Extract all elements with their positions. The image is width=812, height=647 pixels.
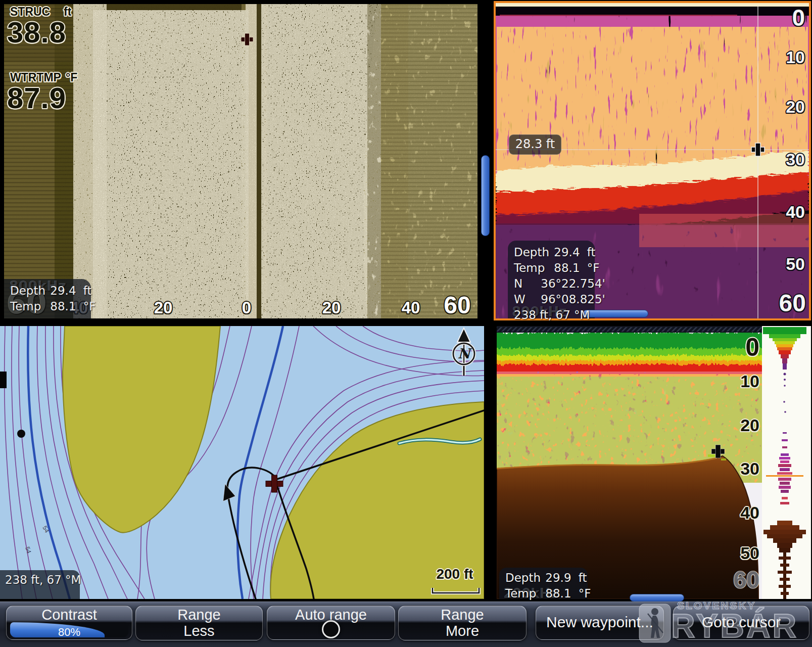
depth-unit: ft [83,284,92,297]
chart-map-image: N 54 54 [0,326,484,599]
range-tick: 40 [393,298,428,317]
auto-range-label: Auto range [295,607,367,623]
depth-tick: 30 [740,459,759,479]
panel-chart[interactable]: N 54 54 238 ft, 67 °M 200 ft [0,326,484,599]
range-tick-max: 60 [440,291,475,319]
temp-unit: °F [587,261,600,274]
temp-value: 88.1 [50,300,76,313]
wtrtmp-value: 87.9 [7,81,66,115]
depth-label: Depth [4,283,45,299]
depth-tick-max: 60 [734,566,759,593]
new-waypoint-label: New waypoint... [546,614,653,630]
edge-notch [0,372,7,388]
goto-cursor-label: Goto cursor [702,614,781,630]
depth-unit: ft [579,571,587,584]
depth-label: Depth [508,245,549,260]
goto-cursor-button[interactable]: Goto cursor [673,606,809,640]
fishfinder-screen: STRUC ft 38.8 WTRTMP °F 87.9 40 20 0 20 … [0,0,812,647]
temp-unit: °F [83,300,96,313]
temp-value: 88.1 [554,261,580,274]
depth-value: 29.9 [545,571,571,584]
sonar-scrollbar[interactable] [630,594,684,602]
depth-tick: 40 [786,202,805,222]
auto-range-button[interactable]: Auto range [267,606,395,640]
sonar-info-box: 200kHz Depth 29.9 ft Temp 88.1 °F [499,568,588,599]
depth-unit: ft [587,246,596,259]
panel-sidescan[interactable]: STRUC ft 38.8 WTRTMP °F 87.9 40 20 0 20 … [4,4,477,318]
depth-tick-max: 60 [779,289,806,317]
range-less-line2: Less [136,623,262,639]
ascope-column [762,326,811,599]
range-more-button[interactable]: Range More [398,606,527,640]
temp-label: Temp [4,299,45,314]
chart-position-label: 238 ft, 67 °M [0,573,81,586]
sidescan-info-box: 800kHz 60 Depth 29.4 ft Temp 88.1 °F [4,279,91,318]
depth-tick: 50 [740,543,759,563]
longitude-label: W [508,292,536,307]
depth-value: 29.4 [554,246,580,259]
range-less-button[interactable]: Range Less [135,606,263,640]
panel-downscan[interactable]: 28.3 ft 0 10 20 30 40 50 60 800kHz Depth… [494,1,811,320]
latitude-label: N [508,276,536,292]
temp-value: 88.1 [545,587,571,600]
contrast-label: Contrast [41,607,97,623]
latitude-value: 36°22.754' [541,277,605,290]
chart-scale-label: 200 ft [429,566,480,582]
depth-value: 29.4 [50,284,76,297]
panel-sonar[interactable]: 0 10 20 30 40 50 60 200kHz Depth 29.9 ft… [497,326,811,599]
range-tick: 20 [314,298,349,317]
range-more-line1: Range [399,607,526,623]
new-waypoint-button[interactable]: New waypoint... [536,606,664,640]
depth-tick: 40 [740,503,759,523]
sonar-image [497,326,811,599]
sidescan-sonar-image [4,4,477,318]
longitude-value: 96°08.825' [541,293,605,306]
downscan-info-box: 800kHz Depth 29.4 ft Temp 88.1 °F N 36°2… [508,241,595,318]
depth-tick: 50 [786,254,805,274]
contrast-value: 80% [10,624,128,637]
chart-point-marker [17,430,25,438]
range-more-line2: More [399,623,526,639]
depth-tick: 20 [786,97,805,117]
temp-label: Temp [499,586,541,602]
toolbar: Contrast 80% Range Less Auto range Range… [0,602,812,647]
depth-tick: 0 [792,4,805,31]
depth-tick: 20 [740,415,759,435]
depth-tick: 10 [786,48,805,67]
range-tick: 0 [229,298,264,317]
depth-tick: 0 [745,333,759,362]
cursor-depth-flag: 28.3 ft [509,134,561,155]
range-tick: 20 [146,298,181,317]
struc-value: 38.8 [7,15,66,49]
temp-unit: °F [579,587,591,600]
depth-tick: 10 [740,372,759,391]
north-label: N [458,346,472,361]
depth-tick: 30 [786,150,805,169]
chart-position-box: 238 ft, 67 °M [0,570,80,599]
range-less-line1: Range [136,607,262,623]
temp-label: Temp [508,260,549,276]
contrast-slider[interactable]: 80% [10,622,128,637]
auto-range-radio[interactable] [322,620,340,638]
depth-label: Depth [499,570,541,586]
position-distance-bearing: 238 ft, 67 °M [508,308,590,321]
contrast-button[interactable]: Contrast 80% [6,606,132,640]
wtrtmp-unit: °F [66,71,77,84]
sidescan-scrollbar[interactable] [481,155,490,236]
